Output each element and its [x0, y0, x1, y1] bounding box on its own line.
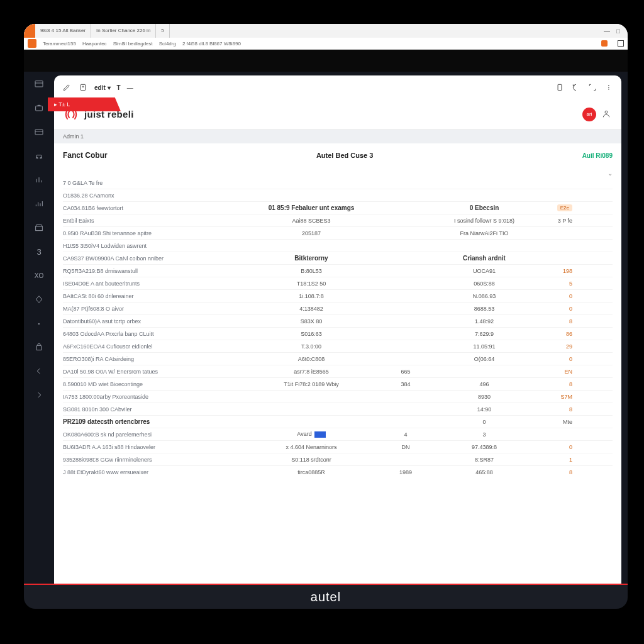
line-tool[interactable]: —: [127, 84, 133, 91]
cell: 0: [522, 444, 572, 450]
row-label: Datontibut60)A asut tcrtp orbex: [63, 318, 258, 325]
sidebar-vehicle-icon[interactable]: [33, 151, 45, 161]
cell: DN: [365, 444, 447, 450]
cell: 1.48:92: [447, 318, 522, 325]
toolbar: edit ▾ T — ⁝: [54, 75, 621, 99]
browser-tab[interactable]: 5: [156, 24, 169, 38]
row-label: 85ERO308)i RA CAtsirdeing: [63, 356, 258, 362]
window-icon[interactable]: [618, 40, 624, 47]
edit-dropdown[interactable]: edit ▾: [94, 84, 111, 91]
bookmark-icon[interactable]: [78, 82, 88, 92]
sidebar-dashboard-icon[interactable]: [33, 79, 45, 89]
tab-strip: 98/8 4 15 Alt Banker In Sortier Chance 2…: [24, 24, 628, 38]
table-row: 0.95i0 RAuB38 Shi tenannoe apitre205187F…: [63, 227, 613, 240]
cell: EN: [522, 369, 572, 375]
sidebar-forward-icon[interactable]: [33, 390, 45, 400]
notification-badge[interactable]: ari: [582, 108, 596, 121]
cell: 8: [522, 381, 572, 387]
brand-bar: juist rebeli ari: [54, 99, 621, 130]
user-icon[interactable]: [601, 109, 613, 120]
svg-rect-14: [36, 226, 43, 231]
cell: 1: [522, 457, 572, 463]
cell: 0: [447, 419, 522, 425]
sidebar-xo-icon[interactable]: XO: [33, 270, 45, 280]
cell: 8: [522, 318, 572, 325]
app-tab[interactable]: ▸ T± L: [48, 97, 121, 111]
row-label: MA(87 Pt)f608:8 O aivor: [63, 306, 258, 312]
table-row: 935288i098t:8 GGw riinrminolenersS0:118 …: [63, 453, 613, 466]
cell: 0: [522, 293, 572, 299]
svg-rect-0: [35, 81, 43, 87]
cell: 665: [365, 369, 447, 375]
row-label: 935288i098t:8 GGw riinrminoleners: [63, 457, 258, 463]
row-label: ISE04D0E A ant bouteeritrunts: [63, 280, 258, 287]
table-row: BAItCASt 80i 60 drilereainer1i.108.7:8N.…: [63, 290, 613, 303]
column-header: Bitkterorny: [258, 255, 365, 262]
svg-point-6: [40, 157, 42, 158]
device-icon[interactable]: [555, 82, 565, 92]
row-label: J 88t EtDyrakt60 www errsueaixer: [63, 469, 258, 475]
row-label: H1tS5 3t50iV4 Lodwiden aswrent: [63, 243, 258, 249]
cell: 060S:88: [447, 280, 522, 287]
text-tool[interactable]: T: [117, 84, 121, 91]
cell: T.3.0:00: [258, 343, 365, 350]
cell: 4:138482: [258, 306, 365, 312]
sidebar-number-icon[interactable]: 3: [33, 247, 45, 257]
cell: x 4.604 Nenarninors: [258, 444, 365, 450]
more-icon[interactable]: ⁝: [604, 82, 614, 92]
column-header: 01 85:9 Febaluer unt examgs: [258, 204, 365, 211]
sidebar-dot-icon[interactable]: •: [33, 318, 45, 328]
cell: N.086.93: [447, 293, 522, 299]
sidebar-diamond-icon[interactable]: [33, 294, 45, 304]
row-label: SG081 8010n 300 CAbviler: [63, 406, 258, 413]
minimize-button[interactable]: —: [604, 28, 610, 35]
table-row: 64803 OdocdAA Prxcrla banp CLuittS016:63…: [63, 328, 613, 340]
cell: 97.4389:8: [447, 444, 522, 450]
cell: 1i.108.7:8: [258, 293, 365, 299]
addr-segment[interactable]: Sci4drg: [159, 41, 176, 47]
sidebar-report-icon[interactable]: [33, 199, 45, 209]
cell: 496: [447, 381, 522, 387]
sidebar-card-icon[interactable]: [33, 127, 45, 137]
breadcrumb[interactable]: Admin 1: [54, 130, 621, 143]
expand-icon[interactable]: [587, 82, 597, 92]
table-row: H1tS5 3t50iV4 Lodwiden aswrent: [63, 240, 613, 252]
cell: 5: [522, 280, 572, 287]
sidebar-case-icon[interactable]: [33, 103, 45, 113]
active-tab-indicator[interactable]: [24, 24, 35, 38]
cell: 11.05:91: [447, 343, 522, 350]
cell: T18:1S2 50: [258, 280, 365, 287]
cell: S7M: [522, 394, 572, 400]
addr-segment[interactable]: Slm8ll bediagdest: [113, 41, 153, 47]
table-row: CA9S37 BW09900A CaNl coibon nniberBitkte…: [63, 252, 613, 265]
sidebar-bag-icon[interactable]: [33, 342, 45, 352]
addr-segment[interactable]: 2 f4i58 dll.8 Bl867 W8i890: [182, 41, 241, 47]
cell: 8: [522, 406, 572, 413]
table-row: RQ5R3A219:B8 drniswanstullB:80L53UOCA911…: [63, 265, 613, 277]
badge: E2e: [557, 204, 572, 211]
tag-icon: [314, 431, 326, 438]
cell: 8930: [447, 394, 522, 400]
cell: 29: [522, 343, 572, 350]
sidebar-chart-icon[interactable]: [33, 175, 45, 185]
pen-icon[interactable]: [62, 82, 72, 92]
sidebar-store-icon[interactable]: [33, 223, 45, 233]
row-label: Entbil Eaixts: [63, 218, 258, 224]
maximize-button[interactable]: □: [616, 28, 620, 35]
addr-segment[interactable]: Haapontec: [82, 41, 107, 47]
refresh-icon[interactable]: [571, 82, 581, 92]
addr-segment[interactable]: Terammect155: [43, 41, 76, 47]
cell: 465:88: [447, 469, 522, 475]
table-row: J 88t EtDyrakt60 www errsueaixertirca088…: [63, 466, 613, 479]
table-row: A6FxC160EOA4 Cufiouscr eidionlelT.3.0:00…: [63, 340, 613, 353]
row-label: CA9S37 BW09900A CaNl coibon nniber: [63, 255, 258, 262]
cell: 8688.53: [447, 306, 522, 312]
svg-point-18: [605, 111, 608, 113]
dark-header-band: [24, 50, 628, 72]
sidebar: 3 XO •: [24, 72, 54, 584]
sidebar-back-icon[interactable]: [33, 366, 45, 376]
chevron-down-icon[interactable]: ⌄: [63, 166, 613, 177]
svg-point-16: [82, 86, 84, 87]
browser-tab[interactable]: 98/8 4 15 Alt Banker: [35, 24, 91, 38]
browser-tab[interactable]: In Sortier Chance 226 in: [91, 24, 156, 38]
